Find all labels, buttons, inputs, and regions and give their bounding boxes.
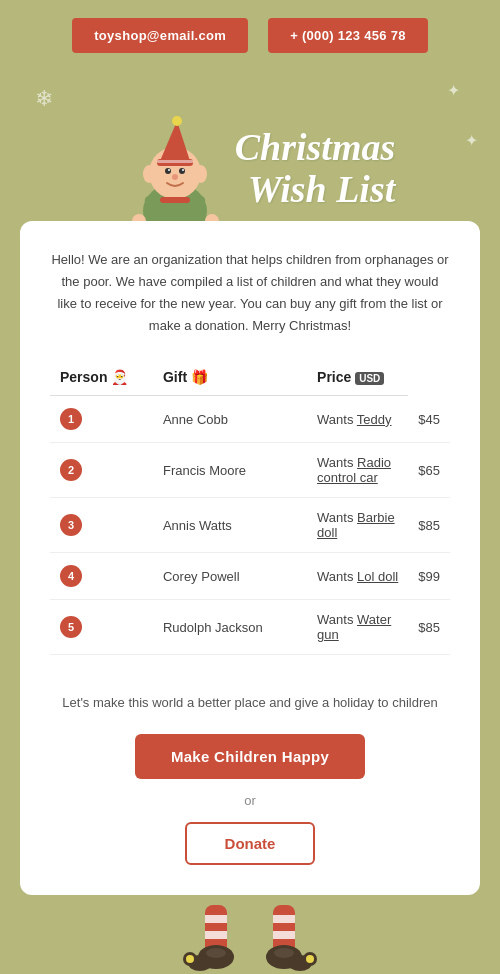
svg-point-9	[182, 169, 184, 171]
row-gift-cell: Wants Teddy	[307, 396, 408, 443]
num-badge: 3	[60, 514, 82, 536]
row-num-cell: 4	[50, 553, 153, 600]
row-name-cell: Corey Powell	[153, 553, 307, 600]
gift-link[interactable]: Lol doll	[357, 569, 398, 584]
row-gift-cell: Wants Barbie doll	[307, 498, 408, 553]
row-gift-cell: Wants Lol doll	[307, 553, 408, 600]
svg-point-35	[306, 955, 314, 963]
row-num-cell: 3	[50, 498, 153, 553]
or-divider: or	[50, 793, 450, 808]
hero-title-block: Christmas Wish List	[235, 127, 396, 211]
svg-point-26	[206, 948, 226, 958]
elf-feet-section	[0, 895, 500, 974]
svg-rect-28	[273, 915, 295, 923]
svg-rect-15	[160, 197, 190, 203]
row-price-cell: $45	[408, 396, 450, 443]
svg-marker-2	[160, 121, 190, 161]
row-num-cell: 2	[50, 443, 153, 498]
person-icon: 🎅	[111, 369, 128, 385]
svg-point-12	[195, 165, 207, 183]
num-badge: 1	[60, 408, 82, 430]
table-row: 1 Anne Cobb Wants Teddy $45	[50, 396, 450, 443]
table-row: 3 Annis Watts Wants Barbie doll $85	[50, 498, 450, 553]
header-phone-button[interactable]: + (000) 123 456 78	[268, 18, 428, 53]
deco-star-topright: ✦	[447, 81, 460, 100]
svg-rect-21	[205, 915, 227, 923]
wish-table: Person 🎅 Gift 🎁 Price USD 1 Anne Cobb Wa…	[50, 361, 450, 655]
svg-rect-22	[205, 931, 227, 939]
svg-point-11	[143, 165, 155, 183]
header-email-button[interactable]: toyshop@email.com	[72, 18, 248, 53]
hero-title-line2: Wish List	[235, 169, 396, 211]
row-price-cell: $65	[408, 443, 450, 498]
row-name-cell: Anne Cobb	[153, 396, 307, 443]
svg-point-33	[274, 948, 294, 958]
row-name-cell: Rudolph Jackson	[153, 600, 307, 655]
row-name-cell: Annis Watts	[153, 498, 307, 553]
svg-point-34	[186, 955, 194, 963]
table-row: 4 Corey Powell Wants Lol doll $99	[50, 553, 450, 600]
row-num-cell: 1	[50, 396, 153, 443]
hero-section: ❄ ✦ Chri	[0, 71, 500, 221]
svg-point-10	[172, 174, 178, 180]
table-row: 5 Rudolph Jackson Wants Water gun $85	[50, 600, 450, 655]
table-row: 2 Francis Moore Wants Radio control car …	[50, 443, 450, 498]
row-price-cell: $99	[408, 553, 450, 600]
elf-feet-illustration	[180, 905, 320, 974]
gift-link[interactable]: Water gun	[317, 612, 391, 642]
col-header-gift: Gift 🎁	[153, 361, 307, 396]
svg-rect-5	[157, 160, 193, 163]
row-price-cell: $85	[408, 498, 450, 553]
make-children-happy-button[interactable]: Make Children Happy	[135, 734, 365, 779]
donate-button[interactable]: Donate	[185, 822, 316, 865]
deco-star-topleft: ❄	[35, 86, 53, 112]
svg-point-6	[165, 168, 171, 174]
intro-text: Hello! We are an organization that helps…	[50, 249, 450, 337]
row-gift-cell: Wants Water gun	[307, 600, 408, 655]
num-badge: 2	[60, 459, 82, 481]
deco-diamond-right: ✦	[465, 131, 478, 150]
num-badge: 5	[60, 616, 82, 638]
row-gift-cell: Wants Radio control car	[307, 443, 408, 498]
svg-point-7	[179, 168, 185, 174]
gift-icon: 🎁	[191, 369, 208, 385]
num-badge: 4	[60, 565, 82, 587]
header: toyshop@email.com + (000) 123 456 78	[0, 0, 500, 71]
gift-link[interactable]: Barbie doll	[317, 510, 395, 540]
hero-title-line1: Christmas	[235, 127, 396, 169]
row-num-cell: 5	[50, 600, 153, 655]
svg-rect-29	[273, 931, 295, 939]
row-price-cell: $85	[408, 600, 450, 655]
gift-link[interactable]: Radio control car	[317, 455, 391, 485]
gift-link[interactable]: Teddy	[357, 412, 392, 427]
svg-point-4	[172, 116, 182, 126]
svg-point-8	[168, 169, 170, 171]
col-header-price: Price USD	[307, 361, 408, 396]
price-tag-badge: USD	[355, 372, 384, 385]
col-header-person: Person 🎅	[50, 361, 153, 396]
cta-section: Let's make this world a better place and…	[50, 683, 450, 865]
row-name-cell: Francis Moore	[153, 443, 307, 498]
cta-subtext: Let's make this world a better place and…	[50, 693, 450, 714]
main-card: Hello! We are an organization that helps…	[20, 221, 480, 895]
